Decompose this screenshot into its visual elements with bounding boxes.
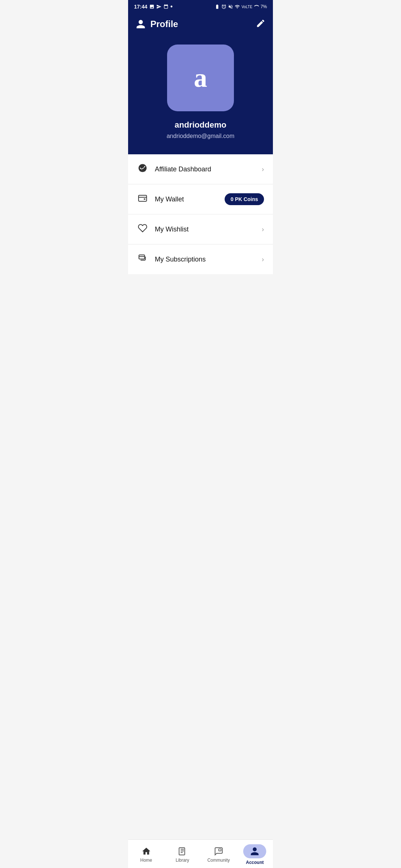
status-bar: 17:44 • VoLTE 7% bbox=[128, 0, 273, 13]
edit-icon bbox=[256, 19, 265, 28]
wallet-label: My Wallet bbox=[155, 195, 184, 203]
status-time: 17:44 bbox=[134, 4, 147, 10]
avatar: a bbox=[167, 45, 234, 111]
battery-percent: 7% bbox=[261, 4, 267, 9]
profile-section: a andrioddemo andrioddemo@gmail.com bbox=[128, 37, 273, 154]
avatar-letter: a bbox=[194, 63, 207, 93]
menu-container: Affiliate Dashboard › My Wallet 0 PK Coi… bbox=[128, 154, 273, 274]
mute-icon bbox=[228, 4, 233, 9]
menu-item-right: 0 PK Coins bbox=[225, 193, 264, 205]
menu-item-right: › bbox=[262, 256, 264, 263]
subscriptions-label: My Subscriptions bbox=[155, 256, 206, 263]
wallet-icon bbox=[137, 193, 148, 205]
my-wallet-item[interactable]: My Wallet 0 PK Coins bbox=[128, 184, 273, 214]
menu-item-left: My Subscriptions bbox=[137, 253, 206, 265]
battery-charging-icon bbox=[215, 4, 220, 9]
menu-item-left: Affiliate Dashboard bbox=[137, 163, 211, 175]
svg-rect-1 bbox=[138, 195, 147, 201]
menu-item-right: › bbox=[262, 226, 264, 233]
subscriptions-icon bbox=[137, 253, 148, 265]
status-right: VoLTE 7% bbox=[215, 4, 267, 9]
send-icon bbox=[156, 4, 162, 9]
heart-icon bbox=[137, 223, 148, 235]
status-left: 17:44 • bbox=[134, 3, 173, 11]
menu-item-left: My Wallet bbox=[137, 193, 184, 205]
alarm-icon bbox=[221, 4, 226, 9]
signal-icon bbox=[254, 4, 259, 9]
affiliate-icon bbox=[137, 163, 148, 175]
email: andrioddemo@gmail.com bbox=[167, 133, 235, 139]
svg-rect-3 bbox=[139, 255, 144, 259]
chevron-right-icon: › bbox=[262, 165, 264, 173]
menu-item-right: › bbox=[262, 165, 264, 173]
header-left: Profile bbox=[136, 19, 178, 29]
username: andrioddemo bbox=[175, 120, 226, 130]
person-icon bbox=[136, 19, 146, 29]
wishlist-label: My Wishlist bbox=[155, 226, 189, 233]
pk-coins-badge: 0 PK Coins bbox=[225, 193, 264, 205]
signal-text: VoLTE bbox=[241, 5, 252, 9]
page-header: Profile bbox=[128, 13, 273, 37]
wifi-icon bbox=[235, 4, 240, 9]
menu-item-left: My Wishlist bbox=[137, 223, 189, 235]
calendar-icon bbox=[163, 4, 169, 9]
my-wishlist-item[interactable]: My Wishlist › bbox=[128, 214, 273, 244]
edit-button[interactable] bbox=[256, 19, 265, 30]
svg-rect-2 bbox=[144, 198, 145, 200]
affiliate-dashboard-item[interactable]: Affiliate Dashboard › bbox=[128, 154, 273, 184]
my-subscriptions-item[interactable]: My Subscriptions › bbox=[128, 244, 273, 274]
photo-icon bbox=[149, 4, 154, 9]
chevron-right-icon: › bbox=[262, 226, 264, 233]
chevron-right-icon: › bbox=[262, 256, 264, 263]
dot-indicator: • bbox=[170, 3, 173, 11]
page-title: Profile bbox=[150, 19, 178, 29]
affiliate-label: Affiliate Dashboard bbox=[155, 165, 211, 173]
